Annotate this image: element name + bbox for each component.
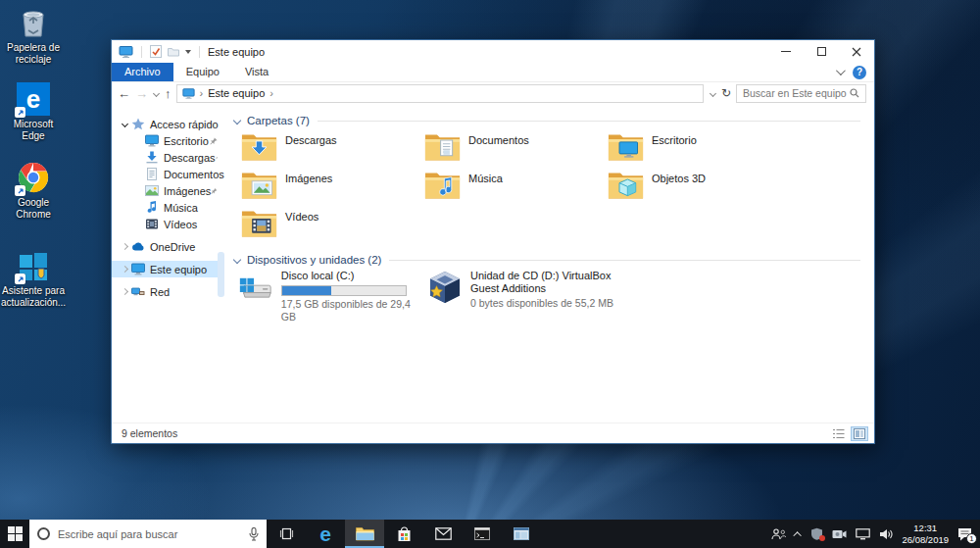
drive-tile-cd-virtualbox[interactable]: Unidad de CD (D:) VirtualBox Guest Addit… (426, 270, 652, 324)
store-icon (397, 526, 412, 542)
desktop-icon-update-assistant[interactable]: Asistente para actualización... (1, 249, 66, 309)
sidebar-item-videos[interactable]: Vídeos (112, 216, 224, 232)
desktop-icon-label: Microsoft Edge (1, 119, 66, 142)
folders-group-header[interactable]: Carpetas (7) (234, 115, 860, 126)
drive-free-space: 0 bytes disponibles de 55,2 MB (470, 297, 627, 310)
qat-customize-caret-icon[interactable] (185, 50, 191, 54)
address-bar: ← → ↑ › Este equipo › ↻ Buscar en Este e… (112, 82, 874, 105)
documents-icon (145, 168, 159, 180)
up-button[interactable]: ↑ (165, 87, 172, 100)
tray-security-item[interactable] (810, 527, 823, 540)
folder-label: Objetos 3D (652, 173, 706, 184)
back-button[interactable]: ← (118, 87, 130, 100)
folders-grid: Descargas Documentos (238, 130, 860, 245)
file-explorer-window: Este equipo Archivo Equipo Vista ? ← → (111, 39, 875, 444)
minimize-button[interactable] (768, 40, 804, 63)
show-hidden-icons-chevron-icon[interactable] (794, 531, 802, 539)
address-dropdown-chevron-icon[interactable] (710, 89, 716, 96)
properties-icon[interactable] (150, 45, 162, 58)
devices-group-title: Dispositivos y unidades (2) (247, 254, 381, 266)
desktop: Papelera de reciclaje e Microsoft Edge (0, 0, 980, 520)
taskbar-app-file-explorer[interactable] (345, 520, 384, 548)
tab-archivo[interactable]: Archivo (112, 63, 173, 81)
drive-name: Unidad de CD (D:) VirtualBox Guest Addit… (470, 270, 627, 295)
breadcrumb[interactable]: Este equipo (208, 87, 265, 99)
desktop-icon-edge[interactable]: e Microsoft Edge (1, 82, 66, 142)
quick-access-star-icon (131, 118, 145, 130)
shortcut-arrow-icon (15, 274, 25, 284)
recent-locations-chevron-icon[interactable] (153, 89, 160, 96)
mail-icon (435, 527, 452, 540)
pin-icon (216, 154, 218, 162)
divider (199, 46, 200, 58)
tab-equipo[interactable]: Equipo (173, 63, 232, 81)
drive-tile-disco-local-c[interactable]: Disco local (C:) 17,5 GB disponibles de … (238, 270, 416, 324)
sidebar-item-este-equipo[interactable]: Este equipo (112, 261, 224, 277)
new-folder-icon[interactable] (168, 46, 179, 58)
maximize-button[interactable] (804, 40, 839, 63)
address-field[interactable]: › Este equipo › (176, 84, 704, 103)
sidebar-item-red[interactable]: Red (112, 283, 224, 300)
sidebar-item-descargas[interactable]: Descargas (112, 149, 224, 166)
drives-grid: Disco local (C:) 17,5 GB disponibles de … (238, 270, 860, 324)
folder-tile-documentos[interactable]: Documentos (421, 130, 600, 169)
taskbar-app-edge[interactable]: e (306, 520, 345, 548)
documentos-folder-icon (424, 131, 461, 162)
sidebar-item-acceso-rapido[interactable]: Acceso rápido (112, 116, 224, 132)
volume-icon[interactable] (879, 528, 893, 540)
virtualbox-tray-icon[interactable] (832, 528, 847, 539)
taskbar-clock[interactable]: 12:31 26/08/2019 (902, 523, 949, 545)
imagenes-folder-icon (241, 170, 277, 200)
taskbar-app-legacy-window[interactable] (502, 520, 541, 548)
taskbar-app-mail[interactable] (423, 520, 463, 548)
taskbar-app-store[interactable] (384, 520, 423, 548)
folder-tile-videos[interactable]: Vídeos (238, 207, 416, 245)
shortcut-arrow-icon (15, 185, 25, 196)
microphone-icon[interactable] (249, 527, 259, 541)
help-button[interactable]: ? (853, 66, 866, 79)
refresh-button[interactable]: ↻ (721, 86, 731, 100)
sidebar-item-imagenes[interactable]: Imágenes (112, 182, 224, 199)
devices-group-header[interactable]: Dispositivos y unidades (2) (234, 254, 860, 266)
sidebar-item-onedrive[interactable]: OneDrive (112, 238, 224, 255)
network-icon[interactable] (856, 528, 870, 540)
large-icons-view-button[interactable] (851, 426, 868, 441)
folder-tile-imagenes[interactable]: Imágenes (238, 169, 416, 207)
people-icon[interactable] (771, 528, 787, 540)
folder-tile-objetos-3d[interactable]: Objetos 3D (605, 169, 783, 207)
sidebar-item-musica[interactable]: Música (112, 199, 224, 216)
drive-free-space: 17,5 GB disponibles de 29,4 GB (281, 298, 416, 324)
sidebar-scrollbar-thumb[interactable] (218, 252, 224, 297)
sidebar-item-escritorio[interactable]: Escritorio (112, 132, 224, 149)
action-center-button[interactable]: 1 (957, 527, 972, 541)
minimize-icon (781, 51, 791, 52)
taskbar-search-box[interactable]: Escribe aquí para buscar (29, 520, 267, 548)
objetos-3d-folder-icon (608, 170, 644, 200)
folder-tile-descargas[interactable]: Descargas (238, 130, 416, 169)
desktop-icon-chrome[interactable]: Google Chrome (1, 161, 66, 221)
pin-icon (210, 137, 218, 145)
folder-tile-musica[interactable]: Música (421, 169, 600, 207)
musica-folder-icon (424, 170, 461, 200)
edge-icon: e (319, 523, 331, 544)
desktop-icon-label: Asistente para actualización... (1, 285, 66, 309)
close-icon (852, 47, 861, 57)
tab-vista[interactable]: Vista (232, 63, 281, 81)
desktop-icon-recycle-bin[interactable]: Papelera de reciclaje (1, 6, 66, 66)
maximize-icon (817, 47, 826, 56)
forward-button[interactable]: → (135, 87, 148, 100)
taskbar-app-command-prompt[interactable] (463, 520, 502, 548)
start-button[interactable] (0, 520, 29, 548)
folder-tile-escritorio[interactable]: Escritorio (605, 130, 783, 169)
search-placeholder: Buscar en Este equipo (743, 87, 850, 99)
clock-date: 26/08/2019 (902, 534, 949, 545)
search-box[interactable]: Buscar en Este equipo (736, 84, 866, 103)
taskbar-app-task-view[interactable] (267, 520, 306, 548)
chevron-right-icon (121, 243, 127, 250)
expand-ribbon-chevron-icon[interactable] (836, 66, 846, 75)
sidebar-item-documentos[interactable]: Documentos (112, 166, 224, 182)
details-view-button[interactable] (830, 426, 848, 441)
details-view-icon (833, 428, 845, 439)
close-button[interactable] (839, 40, 874, 63)
item-count: 9 elementos (122, 427, 177, 439)
